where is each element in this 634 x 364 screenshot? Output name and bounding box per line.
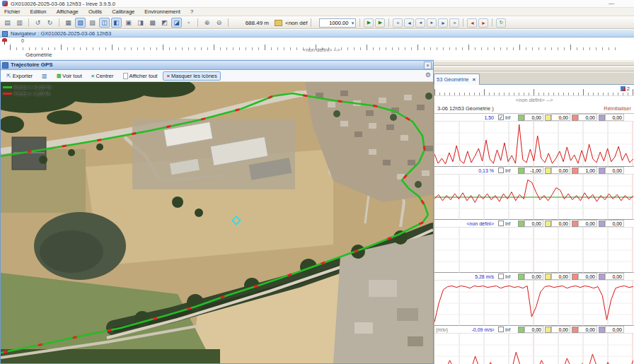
menu-environnement[interactable]: Environnement <box>140 8 184 16</box>
gear-icon[interactable]: ⚙ <box>425 71 431 78</box>
menu-edition[interactable]: Edition <box>26 8 51 16</box>
threshold-input[interactable]: -1,00 <box>524 167 543 174</box>
threshold-input[interactable]: 0,00 <box>578 326 597 333</box>
threshold-input[interactable]: 0,00 <box>578 114 597 121</box>
chart-row-header: 1,50✓Inf0,000,000,000,00 <box>434 114 634 122</box>
threshold-group-2: 0,00 <box>572 114 597 121</box>
step-forward-fast-button[interactable]: ► <box>438 18 448 28</box>
threshold-input[interactable]: 0,00 <box>605 114 624 121</box>
inf-checkbox[interactable] <box>498 168 504 173</box>
minimize-icon[interactable]: — <box>609 0 614 6</box>
view-button-3[interactable]: ▨ <box>87 18 98 28</box>
threshold-input[interactable]: 1,00 <box>578 167 597 174</box>
threshold-input[interactable]: 0,00 <box>524 326 543 333</box>
inf-checkbox[interactable] <box>498 327 504 332</box>
threshold-group-3: 0,00 <box>599 273 624 280</box>
scale-combobox[interactable]: 1000.00 ▼ <box>319 18 356 28</box>
view-button-8[interactable]: ▩ <box>147 18 158 28</box>
view-button-9[interactable]: ◩ <box>159 18 170 28</box>
view-button-1[interactable]: ▦ <box>63 18 74 28</box>
chart-plot-3[interactable] <box>434 281 634 326</box>
panel-badge[interactable]: 2 <box>621 86 630 92</box>
threshold-input[interactable]: 0,00 <box>578 273 597 280</box>
mark-back-button[interactable]: ◄ <box>467 18 477 28</box>
close-icon[interactable]: × <box>424 61 432 69</box>
panel-splitter[interactable] <box>434 60 634 73</box>
threshold-input[interactable]: 0,00 <box>524 114 543 121</box>
play-forward-button[interactable]: ▶ <box>364 18 374 28</box>
voir-tout-label: Voir tout <box>62 73 82 79</box>
map-window-titlebar[interactable]: Trajectoire GPS × <box>1 61 433 70</box>
threshold-group-3: 0,00 <box>599 114 624 121</box>
inf-checkbox[interactable]: ✓ <box>498 115 504 120</box>
menu-fichier[interactable]: Fichier <box>0 8 25 16</box>
menu-affichage[interactable]: Affichage <box>52 8 83 16</box>
chart-plot-4[interactable] <box>434 334 634 364</box>
threshold-input[interactable]: 0,00 <box>524 273 543 280</box>
view-button-10[interactable]: ◪ <box>171 18 182 28</box>
tab-close-icon[interactable]: × <box>472 74 476 85</box>
chart-plot-2[interactable] <box>434 228 634 273</box>
step-forward-button[interactable]: ▸ <box>427 18 437 28</box>
mark-forward-button[interactable]: ► <box>478 18 488 28</box>
threshold-input[interactable]: 0,00 <box>605 273 624 280</box>
zoom-in-button[interactable]: ⊕ <box>202 18 212 28</box>
chart-row-header: <non défini>Inf0,000,000,000,00 <box>434 220 634 228</box>
undo-button[interactable]: ↺ <box>33 18 43 28</box>
exporter-button[interactable]: ⇱ Exporter <box>3 71 36 81</box>
view-button-2[interactable]: ▧ <box>75 18 86 28</box>
chart-plot-0[interactable] <box>434 122 634 167</box>
loop-button[interactable]: ↻ <box>496 18 506 28</box>
view-button-11[interactable]: ▫ <box>183 18 194 28</box>
tab-geometrie[interactable]: 53 Géométrie × <box>434 74 480 85</box>
save-map-button[interactable]: ▥ <box>38 71 51 81</box>
document-strip: 0 Géométrie <non défini> --> <box>0 37 634 61</box>
pond <box>34 212 126 280</box>
legend-label-negative: Pente < -1,00 % <box>14 91 50 96</box>
view-button-4[interactable]: ◫ <box>99 18 110 28</box>
masquer-icones-button[interactable]: × Masquer les icônes <box>163 71 220 81</box>
afficher-tout-button[interactable]: Afficher tout <box>120 71 161 81</box>
redo-button[interactable]: ↻ <box>45 18 55 28</box>
chart-row-4: (m/s²)-0,09 m/s²Inf0,000,000,000,00 <box>434 326 634 364</box>
view-button-5[interactable]: ◧ <box>111 18 122 28</box>
threshold-input[interactable]: 0,00 <box>551 114 570 121</box>
step-back-fast-button[interactable]: ◄ <box>404 18 414 28</box>
aerial-map[interactable]: Pente > +1,00 % Pente < -1,00 % <box>1 82 433 363</box>
inf-checkbox[interactable] <box>498 221 504 226</box>
geometry-panel: 53 Géométrie × 2 <non défini> --> 3-06 1… <box>434 60 634 364</box>
open-button[interactable]: ▤ <box>2 18 13 28</box>
chart-row-3: 5,28 m/sInf0,000,000,000,00 <box>434 273 634 326</box>
threshold-swatch <box>599 274 605 280</box>
threshold-input[interactable]: 0,00 <box>551 273 570 280</box>
threshold-input[interactable]: 0,00 <box>578 220 597 227</box>
centrer-button[interactable]: × Centrer <box>88 71 117 81</box>
menu-help[interactable]: ? <box>186 8 197 16</box>
menu-calibrage[interactable]: Calibrage <box>108 8 139 16</box>
threshold-input[interactable]: 0,00 <box>605 220 624 227</box>
row-unit-label: (m/s²) <box>434 327 456 332</box>
step-back-button[interactable]: ◂ <box>415 18 425 28</box>
play-fast-button[interactable]: ▶ <box>375 18 385 28</box>
event-type-label[interactable]: <non déf <box>285 20 307 26</box>
threshold-input[interactable]: 0,00 <box>551 167 570 174</box>
save-button[interactable]: ▥ <box>14 18 25 28</box>
voir-tout-button[interactable]: ⊞ Voir tout <box>53 71 86 81</box>
view-button-6[interactable]: ▣ <box>123 18 134 28</box>
legend-item-positive: Pente > +1,00 % <box>3 84 51 90</box>
menu-outils[interactable]: Outils <box>84 8 106 16</box>
inf-checkbox[interactable] <box>498 274 504 279</box>
threshold-input[interactable]: 0,00 <box>551 220 570 227</box>
go-start-button[interactable]: « <box>393 18 403 28</box>
threshold-input[interactable]: 0,00 <box>605 326 624 333</box>
threshold-input[interactable]: 0,00 <box>551 326 570 333</box>
threshold-group-0: 0,00 <box>518 114 543 121</box>
go-end-button[interactable]: » <box>449 18 459 28</box>
view-button-7[interactable]: ◨ <box>135 18 146 28</box>
threshold-input[interactable]: 0,00 <box>524 220 543 227</box>
zoom-out-button[interactable]: ⊖ <box>214 18 224 28</box>
chart-plot-1[interactable] <box>434 175 634 220</box>
reset-link[interactable]: Réinitialiser <box>604 105 631 113</box>
inf-label: Inf <box>505 168 517 173</box>
threshold-input[interactable]: 0,00 <box>605 167 624 174</box>
